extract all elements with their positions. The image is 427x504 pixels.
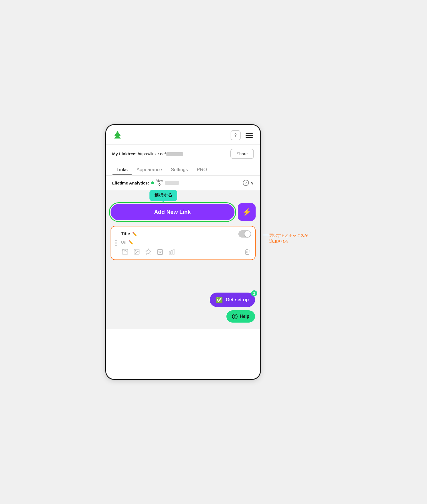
- views-label: View: [156, 179, 163, 182]
- add-new-link-button[interactable]: Add New Link: [111, 204, 234, 220]
- analytics-help-icon: ?: [243, 180, 249, 186]
- url-redacted: [166, 152, 183, 156]
- lightning-button[interactable]: ⚡: [238, 203, 256, 221]
- link-toggle[interactable]: [238, 230, 251, 238]
- analytics-online-dot: [151, 181, 154, 184]
- menu-line-1: [246, 133, 253, 134]
- my-linktree-label: My Linktree:: [112, 151, 137, 156]
- share-button[interactable]: Share: [230, 149, 254, 159]
- link-title: Title ✏️: [121, 231, 137, 236]
- svg-rect-12: [173, 249, 174, 254]
- main-content: 選択する Add New Link ⚡: [106, 190, 260, 329]
- analytics-blurred-stat: [165, 181, 179, 185]
- link-card-inner: Title ✏️ Url ✏️: [111, 226, 255, 260]
- drag-dot-3: [115, 245, 117, 246]
- link-actions: [121, 248, 251, 256]
- linktree-url-text: My Linktree: https://linktr.ee/: [112, 151, 183, 156]
- right-annotation: 選択するとボックスが 追加される: [269, 233, 319, 244]
- svg-rect-11: [171, 250, 172, 254]
- svg-marker-5: [146, 249, 151, 254]
- url-edit-icon[interactable]: ✏️: [129, 240, 133, 244]
- link-title-row: Title ✏️: [121, 230, 251, 238]
- get-setup-button[interactable]: ✅ Get set up 3: [210, 293, 255, 307]
- analytics-expand-button[interactable]: ? ∨: [243, 180, 254, 186]
- link-url-text: Url: [121, 240, 126, 244]
- thumbnail-icon[interactable]: [121, 248, 129, 256]
- svg-rect-2: [122, 249, 128, 254]
- help-icon-button[interactable]: ?: [231, 130, 241, 140]
- lightning-icon: ⚡: [242, 208, 251, 216]
- menu-line-2: [246, 135, 253, 136]
- analytics-views-stat: View 0: [156, 179, 163, 187]
- analytics-bar: Lifetime Analytics: View 0 ? ∨: [106, 176, 260, 190]
- delete-icon[interactable]: [243, 248, 251, 256]
- hamburger-menu-button[interactable]: [244, 132, 254, 139]
- tab-settings[interactable]: Settings: [166, 163, 192, 175]
- star-icon[interactable]: [144, 248, 152, 256]
- link-card: Title ✏️ Url ✏️: [111, 226, 256, 260]
- url-prefix: https://linktr.ee/: [138, 151, 166, 156]
- analytics-chevron-icon: ∨: [251, 180, 254, 186]
- toggle-knob: [244, 231, 251, 237]
- help-circle-icon: ?: [232, 314, 238, 319]
- drag-dot-2: [115, 242, 117, 244]
- svg-rect-10: [169, 252, 170, 254]
- svg-point-4: [135, 250, 136, 251]
- checkmark-icon: ✅: [216, 296, 223, 303]
- help-float-button[interactable]: ? Help: [226, 310, 255, 323]
- tab-pro[interactable]: PRO: [192, 163, 211, 175]
- menu-line-3: [246, 137, 253, 138]
- logo: [112, 130, 123, 141]
- drag-handle[interactable]: [111, 226, 121, 260]
- question-mark-icon: ?: [234, 133, 237, 138]
- tab-appearance[interactable]: Appearance: [132, 163, 166, 175]
- header-actions: ?: [231, 130, 254, 140]
- tab-links[interactable]: Links: [112, 163, 132, 175]
- annotation-text: 選択するとボックスが 追加される: [269, 233, 319, 244]
- drag-dot-1: [115, 240, 117, 241]
- help-label: Help: [240, 314, 249, 319]
- views-value: 0: [158, 182, 161, 187]
- add-link-row: Add New Link ⚡: [111, 203, 256, 221]
- tooltip-bubble: 選択する: [149, 190, 177, 201]
- link-url-row: Url ✏️: [121, 240, 251, 244]
- annotation-arrow-line: [263, 235, 269, 235]
- tab-bar: Links Appearance Settings PRO: [106, 163, 260, 176]
- bottom-buttons: ✅ Get set up 3 ? Help: [210, 293, 255, 323]
- get-setup-label: Get set up: [226, 297, 249, 303]
- link-card-body: Title ✏️ Url ✏️: [121, 226, 255, 260]
- link-title-text: Title: [121, 231, 130, 236]
- app-header: ?: [106, 125, 260, 145]
- setup-badge: 3: [251, 290, 257, 296]
- analytics-icon[interactable]: [168, 248, 176, 256]
- linktree-url-bar: My Linktree: https://linktr.ee/ Share: [106, 145, 260, 163]
- schedule-icon[interactable]: [156, 248, 164, 256]
- image-icon[interactable]: [133, 248, 141, 256]
- svg-rect-6: [158, 249, 163, 255]
- title-edit-icon[interactable]: ✏️: [132, 232, 137, 236]
- analytics-label: Lifetime Analytics:: [112, 181, 149, 185]
